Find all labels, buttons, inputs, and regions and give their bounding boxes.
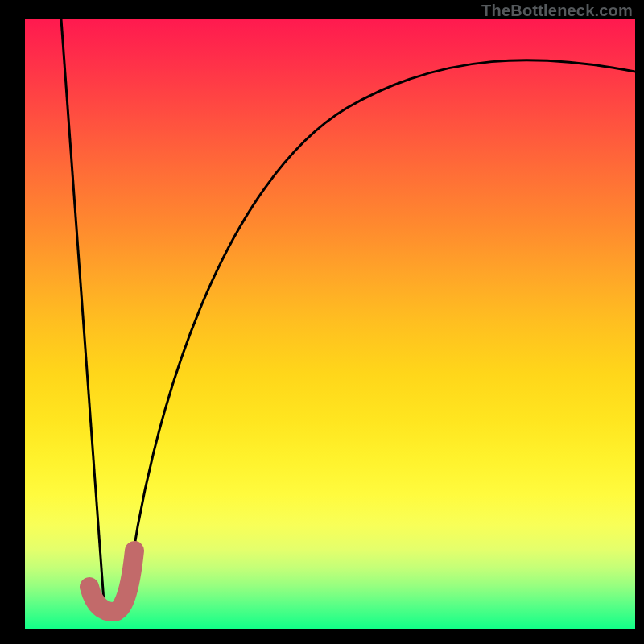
watermark-label: TheBottleneck.com [481,2,633,20]
left-branch-curve [61,19,104,601]
plot-area [25,19,635,629]
right-branch-curve [126,60,635,601]
curve-overlay [25,19,635,629]
check-mark-icon [89,551,134,612]
chart-frame: TheBottleneck.com [0,0,644,644]
